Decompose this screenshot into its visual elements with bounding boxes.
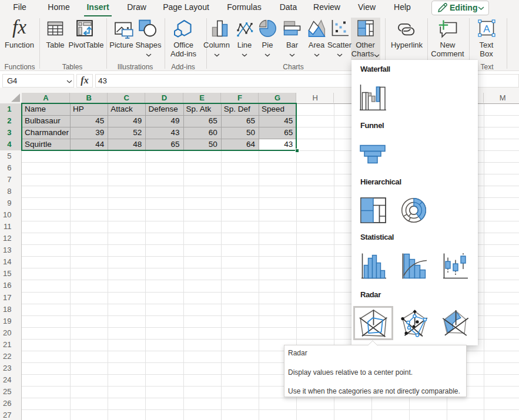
svg-text:A: A: [483, 23, 490, 35]
